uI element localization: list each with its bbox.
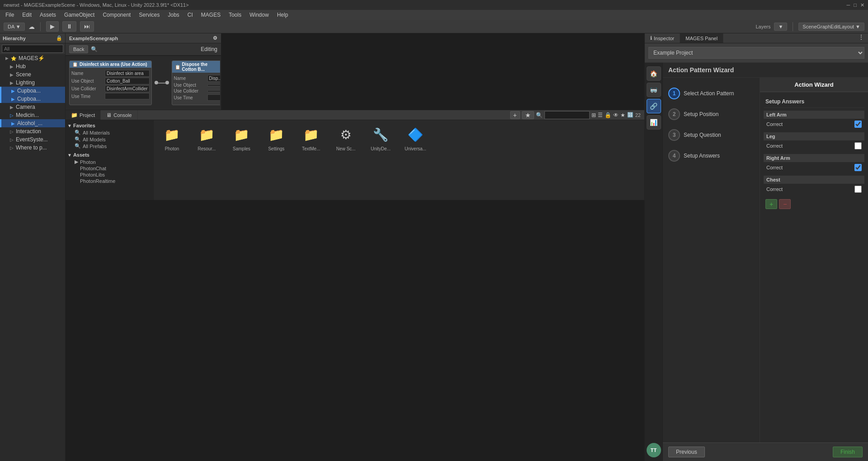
project-dropdown[interactable]: Example Project bbox=[648, 47, 864, 59]
favorites-all-materials[interactable]: 🔍 All Materials bbox=[67, 129, 151, 136]
assets-star-filter-icon[interactable]: ★ bbox=[620, 112, 625, 118]
right-tabs: ℹ Inspector MAGES Panel ⋮ bbox=[645, 33, 868, 43]
hierarchy-item-cupboard1[interactable]: ▶Cupboa... bbox=[0, 87, 65, 95]
assets-photonchat[interactable]: PhotonChat bbox=[67, 165, 151, 172]
assets-star-btn[interactable]: ★ bbox=[522, 111, 534, 119]
sg-title: ExampleScenegraph bbox=[69, 36, 118, 41]
hierarchy-item-hub[interactable]: ▶Hub bbox=[0, 62, 65, 70]
cloud-icon[interactable]: ☁ bbox=[28, 23, 35, 30]
user-avatar: TT bbox=[647, 443, 661, 457]
assets-view-icon2[interactable]: ☰ bbox=[598, 112, 603, 118]
sg-back-button[interactable]: Back bbox=[69, 45, 88, 53]
remove-answer-button[interactable]: − bbox=[779, 199, 791, 209]
menu-file[interactable]: File bbox=[2, 11, 18, 19]
step-button[interactable]: ⏭ bbox=[80, 21, 94, 32]
close-btn[interactable]: ✕ bbox=[860, 2, 864, 8]
hierarchy-item-cupboard2[interactable]: ▶Cupboa... bbox=[0, 95, 65, 103]
asset-name-3: Settings bbox=[268, 146, 284, 151]
scene-graph-panel: ExampleScenegraph ⚙ Back 🔍 Editing bbox=[66, 33, 221, 110]
menu-mages[interactable]: MAGES bbox=[197, 11, 224, 19]
answer-checkbox-2[interactable] bbox=[854, 164, 862, 171]
menu-component[interactable]: Component bbox=[99, 11, 134, 19]
wizard-step-2[interactable]: 2 Setup Position bbox=[663, 104, 760, 125]
hierarchy-search-input[interactable] bbox=[2, 45, 63, 53]
da-dropdown-btn[interactable]: DA ▼ bbox=[4, 23, 25, 31]
assets-lock-icon[interactable]: 🔒 bbox=[605, 112, 611, 118]
hierarchy-item-wheretop[interactable]: ▷Where to p... bbox=[0, 144, 65, 152]
wizard-step-4[interactable]: 4 Setup Answers bbox=[663, 145, 760, 166]
tab-inspector[interactable]: ℹ Inspector bbox=[645, 33, 680, 43]
step-1-circle: 1 bbox=[668, 88, 680, 99]
menu-jobs[interactable]: Jobs bbox=[164, 11, 183, 19]
add-answer-button[interactable]: + bbox=[765, 199, 777, 209]
layers-dropdown[interactable]: ▼ bbox=[774, 23, 787, 31]
titlebar-controls[interactable]: ─ □ ✕ bbox=[847, 2, 864, 8]
assets-eye-icon[interactable]: 👁 bbox=[613, 112, 619, 118]
wizard-right-content: Setup Answers Left Arm Correct Leg Corre… bbox=[760, 92, 868, 442]
asset-item-7[interactable]: 🔷 Universa... bbox=[401, 124, 430, 151]
menu-edit[interactable]: Edit bbox=[19, 11, 35, 19]
wizard-step-3[interactable]: 3 Setup Question bbox=[663, 125, 760, 145]
asset-item-1[interactable]: 📁 Resour... bbox=[192, 124, 221, 151]
assets-grid: 📁 Photon 📁 Resour... 📁 Samples 📁 Setting… bbox=[157, 124, 641, 151]
asset-item-0[interactable]: 📁 Photon bbox=[157, 124, 187, 151]
asset-icon-6: 🔧 bbox=[370, 124, 392, 145]
play-button[interactable]: ▶ bbox=[46, 21, 59, 32]
maximize-btn[interactable]: □ bbox=[854, 2, 857, 8]
finish-button[interactable]: Finish bbox=[833, 447, 863, 457]
answer-label-0: Left Arm bbox=[764, 111, 864, 119]
menu-assets[interactable]: Assets bbox=[36, 11, 60, 19]
asset-item-3[interactable]: 📁 Settings bbox=[262, 124, 291, 151]
hierarchy-item-scene[interactable]: ▶Scene bbox=[0, 70, 65, 79]
answer-checkbox-0[interactable] bbox=[854, 121, 862, 128]
asset-item-4[interactable]: 📁 TextMe... bbox=[296, 124, 326, 151]
tab-console[interactable]: 🖥 Console bbox=[101, 110, 137, 120]
pause-button[interactable]: ⏸ bbox=[62, 21, 76, 32]
menu-gameobject[interactable]: GameObject bbox=[61, 11, 98, 19]
mages-home-btn[interactable]: 🏠 bbox=[647, 66, 661, 81]
answer-row-0: Left Arm Correct bbox=[764, 111, 864, 129]
inspector-content: 🏠 🥽 🔗 📊 TT Action Pattern Wizard 1 Selec… bbox=[645, 63, 868, 461]
answer-input-row-0: Correct bbox=[764, 120, 864, 129]
assets-photon[interactable]: ▶ Photon bbox=[67, 158, 151, 165]
asset-item-2[interactable]: 📁 Samples bbox=[227, 124, 256, 151]
menu-help[interactable]: Help bbox=[273, 11, 292, 19]
hierarchy-item-eventsystem[interactable]: ▷EventSyste... bbox=[0, 135, 65, 144]
assets-add-btn[interactable]: + bbox=[510, 111, 520, 119]
layout-dropdown[interactable]: SceneGraphEditLayout ▼ bbox=[798, 23, 864, 31]
asset-item-6[interactable]: 🔧 UnityDe... bbox=[366, 124, 395, 151]
step-2-circle: 2 bbox=[668, 108, 680, 120]
hierarchy-item-medicine[interactable]: ▷Medicin... bbox=[0, 111, 65, 119]
wizard-step-1[interactable]: 1 Select Action Pattern bbox=[663, 83, 760, 104]
assets-photonrealtime[interactable]: PhotonRealtime bbox=[67, 178, 151, 184]
hierarchy-item-interaction[interactable]: ▷Interaction bbox=[0, 127, 65, 135]
mages-vr-btn[interactable]: 🥽 bbox=[647, 83, 661, 97]
tab-mages-panel[interactable]: MAGES Panel bbox=[680, 33, 723, 43]
assets-search-input[interactable] bbox=[544, 111, 590, 119]
menu-ci[interactable]: CI bbox=[184, 11, 197, 19]
tab-project[interactable]: 📁 Project bbox=[66, 110, 101, 120]
hierarchy-item-camera[interactable]: ▶Camera bbox=[0, 103, 65, 111]
favorites-all-models[interactable]: 🔍 All Models bbox=[67, 136, 151, 143]
project-select-area: Example Project bbox=[645, 43, 868, 63]
asset-item-5[interactable]: ⚙ New Sc... bbox=[331, 124, 361, 151]
menu-tools[interactable]: Tools bbox=[225, 11, 245, 19]
hierarchy-lock-icon[interactable]: 🔒 bbox=[56, 35, 62, 41]
hierarchy-item-mages[interactable]: ▶⭐MAGES⚡ bbox=[0, 54, 65, 62]
answer-checkbox-1[interactable] bbox=[854, 142, 862, 149]
mages-stats-btn[interactable]: 📊 bbox=[647, 115, 661, 130]
menu-services[interactable]: Services bbox=[135, 11, 163, 19]
hierarchy-item-lighting[interactable]: ▶Lighting bbox=[0, 79, 65, 87]
assets-view-icon1[interactable]: ⊞ bbox=[591, 112, 596, 118]
hierarchy-item-alcohol[interactable]: ▶Alcohol_... bbox=[0, 119, 65, 127]
right-panel-expand-icon[interactable]: ⋮ bbox=[854, 33, 868, 43]
asset-name-4: TextMe... bbox=[302, 146, 320, 151]
favorites-all-prefabs[interactable]: 🔍 All Prefabs bbox=[67, 143, 151, 149]
previous-button[interactable]: Previous bbox=[668, 447, 705, 457]
answer-checkbox-3[interactable] bbox=[854, 186, 862, 193]
assets-photonlibs[interactable]: PhotonLibs bbox=[67, 172, 151, 178]
minimize-btn[interactable]: ─ bbox=[847, 2, 850, 8]
search-small-icon: 🔍 bbox=[75, 130, 81, 135]
menu-window[interactable]: Window bbox=[246, 11, 272, 19]
mages-network-btn[interactable]: 🔗 bbox=[647, 99, 661, 113]
